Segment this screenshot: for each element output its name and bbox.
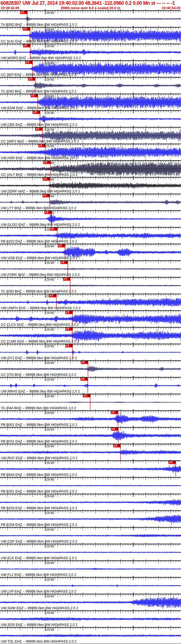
trace-row-PB-B201-EHZ[interactable]: 19:40PB B201 EHZ -- 99999.0km BW HIGHPAS… [0, 477, 181, 494]
waveform[interactable] [0, 115, 181, 124]
pick-flag[interactable]: ×T4 [61, 261, 68, 264]
waveform[interactable] [0, 551, 181, 553]
waveform[interactable] [0, 199, 181, 205]
pick-flag[interactable]: ×T4 [35, 127, 43, 131]
pick-flag-number: 4 [28, 44, 30, 47]
pick-flag[interactable]: ×T4 [43, 161, 51, 164]
minute-label: 19:40 [46, 328, 54, 331]
trace-row-UW-FL2-EHZ[interactable]: 19:40UW FL2 EHZ -- 99999.0km BW HIGHPASS… [0, 560, 181, 577]
trace-row-UW-ELK-EHZ[interactable]: 19:40UW ELK EHZ -- 99999.0km BW HIGHPASS… [0, 544, 181, 560]
waveform[interactable] [0, 48, 181, 56]
trace-row-TA-B05D-BHZ[interactable]: 19:40×T4TA B05D BHZ -- 99999.0km BW HIGH… [0, 10, 181, 27]
trace-row-UW-CDF-EHZ[interactable]: 19:40UW CDF EHZ -- 99999.0km BW HIGHPASS… [0, 527, 181, 544]
pick-flag[interactable]: ×T4 [169, 461, 176, 464]
trace-row-CC-VALT-BHZ[interactable]: 19:40×T4CC VALT BHZ -- 99999.0km BW HIGH… [0, 160, 181, 177]
pick-flag-number: 4 [36, 94, 37, 97]
pick-flag[interactable]: ×T4 [42, 194, 50, 197]
waveform[interactable] [0, 83, 181, 89]
station-label: UW LVP EHZ -- 99999.0km BW HIGHPASS 2.0 … [1, 590, 76, 593]
trace-row-UW-RRHS-EHZ[interactable]: 19:40×T4UW RRHS EHZ -- 99999.0km BW HIGH… [0, 377, 181, 394]
pick-flag[interactable]: ×T4 [33, 111, 40, 114]
waveform[interactable] [0, 568, 181, 570]
trace-row-CC-SUG-EHZ[interactable]: 19:40×T4CC SUG EHZ -- 99999.0km BW HIGHP… [0, 27, 181, 44]
trace-row-TA-J04D-BHZ[interactable]: 19:40×T4TA J04D BHZ -- 99999.0km BW HIGH… [0, 77, 181, 94]
trace-row-TA-J03D-BHZ[interactable]: 19:40×T4TA J03D BHZ -- 99999.0km BW HIGH… [0, 277, 181, 294]
five-second-ticks [7, 478, 171, 481]
pick-flag[interactable]: ×T4 [20, 11, 27, 14]
pick-flag-prefix: ×T [84, 394, 87, 397]
trace-row-UW-TDL-EHZ[interactable]: 19:40UW TDL EHZ -- 99999.0km BW HIGHPASS… [0, 627, 181, 644]
pick-flag[interactable]: ×T4 [23, 27, 30, 31]
trace-row-UW-EDM-EHZ[interactable]: 19:40×T4UW EDM EHZ -- 99999.0km BW HIGHP… [0, 94, 181, 110]
trace-row-PB-B204-EHZ[interactable]: 19:40PB B204 EHZ -- 99999.0km BW HIGHPAS… [0, 510, 181, 527]
pick-flag[interactable]: ×T4 [25, 61, 33, 64]
minute-label: 19:40 [46, 595, 54, 598]
waveform[interactable] [0, 617, 181, 621]
pick-flag[interactable]: ×T4 [49, 294, 57, 297]
pick-flag[interactable]: ×T4 [111, 411, 118, 414]
waveform[interactable] [0, 584, 181, 587]
pick-flag[interactable]: ×T4 [31, 94, 38, 97]
trace-row-PB-B943-EHZ[interactable]: 19:40×T4PB B943 EHZ -- 99999.0km BW HIGH… [0, 460, 181, 477]
trace-row-CC-SWF2-BHZ[interactable]: 19:40×T4CC SWF2 BHZ -- 99999.0km BW HIGH… [0, 127, 181, 144]
waveform[interactable] [0, 366, 181, 372]
trace-row-UW-DY2-EHZ[interactable]: 19:40×T4UW DY2 EHZ -- 99999.0km BW HIGHP… [0, 344, 181, 360]
waveform[interactable] [0, 485, 181, 486]
waveform[interactable] [0, 412, 181, 424]
waveform[interactable] [0, 350, 181, 355]
waveform[interactable] [0, 214, 181, 223]
pick-flag[interactable]: ×T4 [81, 361, 88, 364]
trace-row-UW-DDRF-HHZ[interactable]: 19:40×T4UW DDRF HHZ -- 99999.0km BW HIGH… [0, 177, 181, 194]
pick-flag[interactable]: ×T4 [43, 177, 50, 181]
pick-flag[interactable]: ×T4 [44, 211, 52, 214]
pick-flag[interactable]: ×T4 [65, 344, 73, 347]
trace-row-PB-B031-EHZ[interactable]: 19:40×T4PB B031 EHZ -- 99999.0km BW HIGH… [0, 427, 181, 444]
trace-row-UW-GLDO-EHZ[interactable]: 19:40×T4UW GLDO EHZ -- 99999.0km BW HIGH… [0, 210, 181, 227]
waveform[interactable] [0, 231, 181, 240]
trace-row-UW-SHW-EHZ[interactable]: 19:40UW SHW EHZ -- 99999.0km BW HIGHPASS… [0, 594, 181, 610]
trace-row-UW-CBS-EHZ[interactable]: 19:40×T4UW CBS EHZ -- 99999.0km BW HIGHP… [0, 110, 181, 127]
trace-row-CC-STD-BHZ[interactable]: 19:40×T4CC STD BHZ -- 99999.0km BW HIGHP… [0, 360, 181, 377]
trace-row-UW-LTY-BHZ[interactable]: 19:40×T4UW LTY BHZ -- 99999.0km BW HIGHP… [0, 194, 181, 210]
trace-row-UW-SOS-EHZ[interactable]: 19:40UW SOS EHZ -- 99999.0km BW HIGHPASS… [0, 610, 181, 627]
trace-row-CC-CLMS-EHZ[interactable]: 19:40×T4CC CLMS EHZ -- 99999.0km BW HIGH… [0, 327, 181, 344]
trace-row-CC-CLCV-EHZ[interactable]: 19:40×T4CC CLCV EHZ -- 99999.0km BW HIGH… [0, 310, 181, 327]
trace-row-UW-LVP-EHZ[interactable]: 19:40UW LVP EHZ -- 99999.0km BW HIGHPASS… [0, 577, 181, 594]
waveform[interactable] [0, 284, 181, 287]
pick-flag[interactable]: ×T4 [38, 144, 46, 147]
waveform[interactable] [0, 296, 181, 307]
trace-row-UW-FORK-BHZ[interactable]: 19:40×T4UW FORK BHZ -- 99999.0km BW HIGH… [0, 260, 181, 277]
trace-row-UW-RVC-EHZ[interactable]: 19:40×T4UW RVC EHZ -- 99999.0km BW HIGHP… [0, 444, 181, 460]
pick-flag[interactable]: ×T4 [83, 394, 90, 397]
pick-flag[interactable]: ×T4 [81, 377, 88, 381]
pick-flag[interactable]: ×T4 [28, 77, 36, 81]
pick-flag[interactable]: ×T4 [65, 327, 73, 331]
pick-flag[interactable]: ×T4 [113, 444, 121, 447]
waveform[interactable] [0, 448, 181, 456]
pick-flag[interactable]: ×T4 [50, 227, 57, 231]
trace-row-PB-B203-EHZ[interactable]: 19:40PB B203 EHZ -- 99999.0km BW HIGHPAS… [0, 494, 181, 510]
trace-row-UW-VGB-EHZ[interactable]: 19:40×T4UW VGB EHZ -- 99999.0km BW HIGHP… [0, 244, 181, 260]
trace-row-TA-J04A-BHZ[interactable]: 19:40×T4TA J04A BHZ -- 99999.0km BW HIGH… [0, 394, 181, 410]
pick-flag[interactable]: ×T4 [111, 427, 119, 431]
trace-row-UW-UWFH-EHZ[interactable]: 19:40×T4UW UWFH EHZ -- 99999.0km BW HIGH… [0, 294, 181, 310]
waveform[interactable] [0, 464, 181, 473]
waveform[interactable] [0, 383, 181, 388]
waveform[interactable] [0, 17, 181, 21]
trace-row-CC-SEP-EHZ[interactable]: 19:40×T4CC SEP EHZ -- 99999.0km BW HIGHP… [0, 60, 181, 77]
waveform[interactable] [0, 534, 181, 537]
waveform[interactable] [0, 268, 181, 270]
trace-row-UW-MORO-EHZ[interactable]: 19:40×T4UW MORO EHZ -- 99999.0km BW HIGH… [0, 44, 181, 60]
pick-flag[interactable]: ×T4 [63, 277, 71, 281]
second-ticks [0, 344, 181, 345]
trace-row-UW-HSR-EHZ[interactable]: 19:40×T4UW HSR EHZ -- 99999.0km BW HIGHP… [0, 144, 181, 160]
trace-row-PB-B001-EHZ[interactable]: 19:40×T4PB B001 EHZ -- 99999.0km BW HIGH… [0, 410, 181, 427]
waveform[interactable] [0, 431, 181, 440]
pick-flag[interactable]: ×T4 [58, 244, 65, 247]
waveform[interactable] [0, 498, 181, 506]
waveform[interactable] [0, 634, 181, 638]
pick-flag[interactable]: ×T4 [65, 311, 73, 314]
pick-flag[interactable]: ×T4 [23, 44, 31, 47]
trace-row-PB-B202-EHZ[interactable]: 19:40×T4PB B202 EHZ -- 99999.0km BW HIGH… [0, 227, 181, 244]
waveform[interactable] [0, 181, 181, 189]
